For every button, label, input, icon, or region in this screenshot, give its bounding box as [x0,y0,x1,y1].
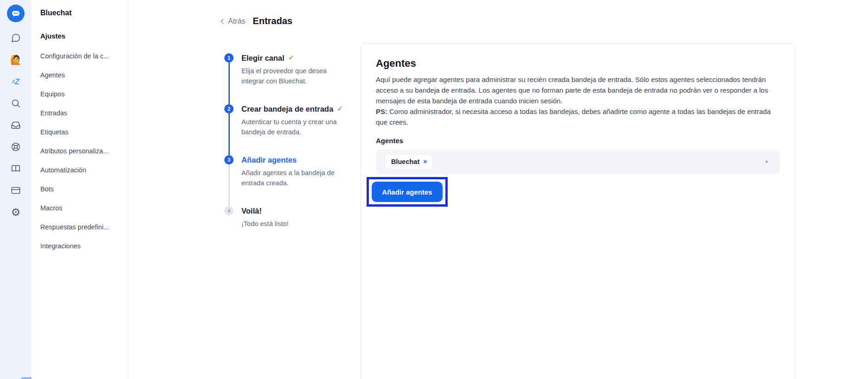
step-3-title: Añadir agentes [241,155,297,164]
step-4-dot: 4 [224,206,234,215]
app-logo-icon[interactable] [7,5,25,22]
wizard-stepper: 1 Elegir canal ✓ Elija el proveedor que … [224,0,354,379]
stepper-line-pending [228,160,230,211]
ps-label: PS: [376,107,387,115]
settings-menu: Configuración de la c... Agentes Equipos… [40,52,123,250]
agent-tag-name: Bluechat [391,158,419,165]
sidebar-item-bots[interactable]: Bots [40,185,123,193]
brand-title: Bluechat [40,9,123,17]
search-icon[interactable] [10,97,22,109]
sidebar-item-canned-responses[interactable]: Respuestas predefini... [40,223,123,231]
step-4-description: ¡Todo está listo! [241,219,349,229]
step-1: Elegir canal ✓ Elija el proveedor que de… [241,53,349,87]
main-content: Atrás Entradas 1 Elegir canal ✓ Elija el… [129,0,868,379]
snooze-icon[interactable]: zZ [10,76,22,88]
agents-field-label: Agentes [376,137,780,145]
sidebar-item-agents[interactable]: Agentes [40,71,123,79]
sidebar-item-teams[interactable]: Equipos [40,90,123,98]
icon-rail: 🙋 zZ ⚙ [0,0,32,379]
annotation-highlight-box: Añadir agentes [367,177,448,207]
card-heading: Agentes [376,57,780,69]
agents-card: Agentes Aquí puede agregar agentes para … [361,43,795,379]
sidebar-item-labels[interactable]: Etiquetas [40,128,123,136]
tag-remove-icon[interactable]: × [423,158,427,165]
raised-hand-icon[interactable]: 🙋 [10,54,22,66]
docs-book-icon[interactable] [10,163,22,175]
sidebar-item-inboxes[interactable]: Entradas [40,109,123,117]
sidebar-item-macros[interactable]: Macros [40,204,123,212]
step-1-check-icon: ✓ [288,53,294,63]
agents-multiselect[interactable]: Bluechat × ▾ [376,149,780,174]
step-3: Añadir agentes Añadir agentes a la bande… [241,155,349,189]
chevron-down-icon: ▾ [765,158,768,165]
sidebar-section-title: Ajustes [40,32,123,40]
settings-sidebar: Bluechat Ajustes Configuración de la c..… [32,0,128,379]
settings-gear-icon[interactable]: ⚙ [10,206,22,218]
step-4: Voilà! ¡Todo está listo! [241,206,349,229]
step-2-check-icon: ✓ [337,104,343,114]
sidebar-item-automation[interactable]: Automatización [40,166,123,174]
step-3-dot: 3 [224,155,234,164]
step-1-dot: 1 [224,53,234,63]
step-2-description: Autenticar tu cuenta y crear una bandeja… [241,117,349,138]
step-2: Crear bandeja de entrada ✓ Autenticar tu… [241,104,349,138]
step-3-description: Añadir agentes a la bandeja de entrada c… [241,168,341,189]
ps-text: Como administrador, si necesita acceso a… [376,107,771,126]
conversations-icon[interactable] [10,32,22,44]
step-1-description: Elija el proveedor que desea integrar co… [241,66,336,87]
help-ring-icon[interactable] [10,141,22,153]
agent-tag: Bluechat × [385,154,433,169]
sidebar-item-integrations[interactable]: Integraciones [40,242,123,250]
card-description: Aquí puede agregar agentes para administ… [376,74,780,106]
sidebar-item-custom-attributes[interactable]: Atributos personaliza... [40,147,123,155]
sidebar-item-account-settings[interactable]: Configuración de la c... [40,52,123,60]
step-4-title: Voilà! [241,206,262,215]
step-2-dot: 2 [224,104,234,114]
add-agents-button[interactable]: Añadir agentes [372,182,442,202]
inbox-icon[interactable] [10,119,22,131]
step-1-title: Elegir canal [241,53,285,63]
step-2-title: Crear bandeja de entrada [241,104,333,114]
card-ps-note: PS:Como administrador, si necesita acces… [376,106,780,127]
billing-card-icon[interactable] [10,184,22,196]
